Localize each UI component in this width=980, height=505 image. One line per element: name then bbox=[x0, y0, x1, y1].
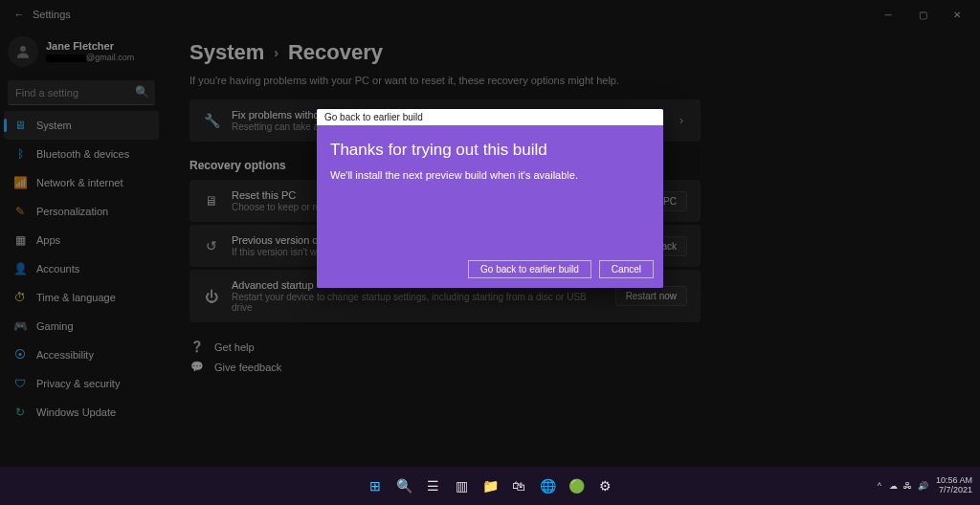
start-button[interactable]: ⊞ bbox=[364, 474, 387, 497]
go-back-dialog: Go back to earlier build Thanks for tryi… bbox=[317, 109, 663, 288]
tray-chevron-icon[interactable]: ^ bbox=[878, 481, 881, 491]
volume-icon[interactable]: 🔊 bbox=[918, 481, 928, 491]
onedrive-icon[interactable]: ☁ bbox=[889, 481, 898, 491]
task-view-icon[interactable]: ☰ bbox=[421, 474, 444, 497]
dialog-heading: Thanks for trying out this build bbox=[330, 141, 650, 160]
dialog-titlebar: Go back to earlier build bbox=[317, 109, 663, 125]
explorer-icon[interactable]: 📁 bbox=[479, 474, 501, 497]
widgets-icon[interactable]: ▥ bbox=[450, 474, 473, 497]
network-tray-icon[interactable]: 🖧 bbox=[903, 481, 912, 491]
clock-date: 7/7/2021 bbox=[936, 486, 972, 495]
dialog-cancel-button[interactable]: Cancel bbox=[599, 260, 654, 278]
chrome-icon[interactable]: 🟢 bbox=[565, 474, 588, 497]
settings-taskbar-icon[interactable]: ⚙ bbox=[593, 474, 616, 497]
dialog-go-back-button[interactable]: Go back to earlier build bbox=[468, 260, 591, 278]
edge-icon[interactable]: 🌐 bbox=[536, 474, 559, 497]
taskbar: ⊞ 🔍 ☰ ▥ 📁 🛍 🌐 🟢 ⚙ ^ ☁ 🖧 🔊 10:56 AM 7/7/2… bbox=[0, 467, 980, 505]
modal-overlay: Go back to earlier build Thanks for tryi… bbox=[0, 0, 980, 505]
system-clock[interactable]: 10:56 AM 7/7/2021 bbox=[936, 476, 972, 495]
dialog-body-text: We'll install the next preview build whe… bbox=[330, 169, 650, 181]
search-taskbar-icon[interactable]: 🔍 bbox=[392, 474, 415, 497]
store-icon[interactable]: 🛍 bbox=[507, 474, 530, 497]
